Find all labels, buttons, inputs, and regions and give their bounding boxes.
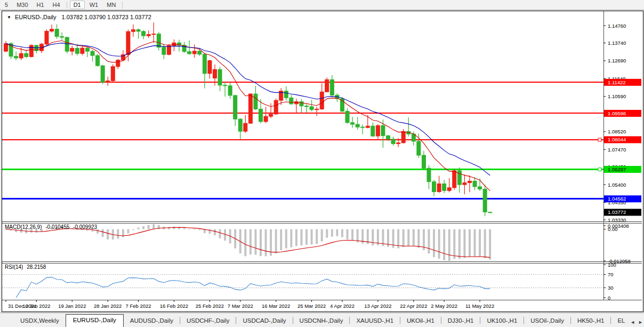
candle-body — [157, 34, 160, 47]
macd-name: MACD(12,26,9) — [5, 224, 42, 230]
macd-signal-line — [6, 227, 490, 257]
macd-bar — [311, 229, 313, 245]
candle-body — [437, 184, 441, 192]
macd-bar — [295, 229, 297, 246]
macd-bar — [148, 225, 150, 229]
tab-uk100-h1[interactable]: UK100-,H1 — [480, 315, 524, 327]
period-button-mn[interactable]: MN — [103, 1, 119, 9]
macd-bar — [417, 229, 420, 248]
macd-bar — [321, 229, 323, 242]
tab-scroll-right-button[interactable]: ► — [638, 320, 643, 325]
candle-body — [234, 95, 237, 119]
tab-usdchf-daily[interactable]: USDCHF-,Daily — [180, 315, 236, 327]
macd-bar — [326, 229, 328, 238]
date-tick-label: 13 Apr 2022 — [364, 303, 391, 309]
ma-line-10 — [6, 41, 490, 190]
period-button-m30[interactable]: M30 — [13, 1, 31, 9]
macd-bar — [198, 229, 200, 230]
candle-body — [397, 143, 400, 144]
macd-bar — [265, 229, 267, 257]
candle-body — [488, 212, 492, 213]
rsi-name: RSI(14) — [5, 264, 23, 270]
period-button-w1[interactable]: W1 — [86, 1, 102, 9]
candle-body — [432, 182, 436, 192]
level-lines-layer[interactable] — [2, 82, 603, 198]
macd-bar — [458, 229, 461, 259]
price-tick-label: 1.03330 — [608, 217, 626, 223]
tab-dj30-h1[interactable]: DJ30-,H1 — [441, 315, 480, 327]
candle-body — [70, 48, 74, 51]
chart-symbol-title: EURUSD-,Daily — [15, 14, 57, 20]
candle-body — [238, 119, 242, 131]
candle-body — [244, 123, 247, 131]
dropdown-arrow-icon: ▼ — [7, 15, 11, 20]
candle-body — [447, 188, 451, 190]
rsi-line — [16, 277, 490, 298]
date-tick-label: 19 Jan 2022 — [58, 303, 86, 309]
level-badge-1.09596-label: 1.09596 — [608, 110, 626, 116]
candle-body — [417, 141, 421, 155]
candle-body — [473, 181, 477, 187]
period-button-d1[interactable]: D1 — [70, 1, 85, 9]
macd-bar — [188, 229, 190, 229]
price-axis: 1.147601.137401.126901.116401.105901.095… — [603, 23, 626, 223]
date-tick-label: 25 Feb 2022 — [196, 303, 224, 309]
rsi-tick-label: 70 — [608, 272, 614, 277]
candle-body — [162, 47, 166, 54]
candle-body — [14, 57, 18, 58]
chart-canvas[interactable]: 1.147601.137401.126901.116401.105901.095… — [2, 11, 642, 310]
candle-body — [381, 125, 385, 135]
macd-bar — [280, 229, 282, 250]
tab-usdcad-daily[interactable]: USDCAD-,Daily — [236, 315, 292, 327]
candle-body — [300, 102, 303, 106]
candle-body — [361, 127, 365, 127]
period-button-5[interactable]: 5 — [1, 1, 12, 9]
date-tick-label: 2 May 2022 — [431, 303, 457, 309]
candle-body — [478, 187, 482, 189]
candle-body — [142, 31, 146, 36]
candle-body — [80, 48, 84, 53]
candlestick-layer — [4, 22, 492, 216]
tab-ukoil-h1[interactable]: UKOil-,H1 — [400, 315, 441, 327]
level-line-handle[interactable] — [598, 138, 601, 141]
macd-bar — [168, 227, 170, 229]
candle-body — [188, 52, 191, 54]
current-price-badge-label: 1.03772 — [608, 209, 626, 215]
chart-window[interactable]: 1.147601.137401.126901.116401.105901.095… — [2, 11, 643, 312]
macd-bar — [331, 229, 333, 237]
candle-body — [356, 124, 359, 127]
candle-body — [198, 51, 202, 54]
tab-audusd-daily[interactable]: AUDUSD-,Daily — [124, 315, 180, 327]
tab-usoil-daily[interactable]: USOil-,Daily — [524, 315, 570, 327]
macd-bar — [316, 229, 318, 244]
candle-body — [50, 29, 54, 31]
period-button-h4[interactable]: H4 — [49, 1, 64, 9]
level-line-handle[interactable] — [598, 168, 601, 171]
candle-body — [371, 126, 375, 136]
period-button-h1[interactable]: H1 — [33, 1, 48, 9]
macd-bar — [194, 229, 196, 230]
candle-body — [422, 155, 425, 168]
macd-bar — [254, 229, 256, 255]
candle-body — [483, 189, 487, 212]
tab-usdcnh-daily[interactable]: USDCNH-,Daily — [293, 315, 350, 327]
chart-ohlc-values: 1.03782 1.03790 1.03723 1.03772 — [62, 14, 151, 20]
candle-body — [132, 30, 135, 32]
price-tick-label: 1.08520 — [608, 129, 626, 134]
macd-indicator-label: MACD(12,26,9) -0.010455 -0.009923 — [5, 224, 97, 230]
candle-body — [289, 98, 293, 103]
tab-xauusd-h1[interactable]: XAUUSD-,H1 — [350, 315, 400, 327]
tab-scroll-left-button[interactable]: ◄ — [630, 320, 635, 325]
tab-usdx-weekly[interactable]: USDX,Weekly — [14, 315, 66, 327]
macd-bar — [127, 229, 129, 234]
macd-bar — [428, 229, 430, 254]
candle-body — [60, 36, 64, 37]
macd-tick-label: 0.00 — [608, 226, 618, 232]
candle-body — [19, 53, 23, 58]
tab-eurusd-daily[interactable]: EURUSD-,Daily — [66, 314, 124, 327]
toolbar-separator — [67, 2, 67, 9]
candle-body — [468, 181, 471, 182]
tab-hk50-h1[interactable]: HK50-,H1 — [571, 315, 611, 327]
macd-bar — [402, 229, 405, 247]
level-badge-1.06297-label: 1.06297 — [608, 166, 626, 172]
